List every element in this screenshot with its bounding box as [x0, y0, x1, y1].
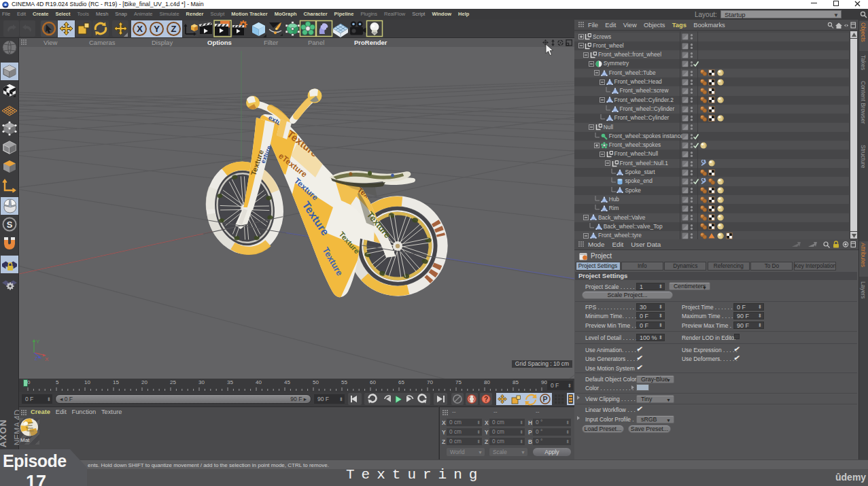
- svg-text:P: P: [542, 395, 547, 403]
- svg-text:Z: Z: [171, 24, 177, 34]
- svg-text:?: ?: [484, 396, 488, 403]
- svg-text:S: S: [7, 220, 13, 230]
- svg-text:Y: Y: [154, 24, 160, 34]
- svg-text:X: X: [45, 356, 49, 362]
- svg-text:Z: Z: [35, 356, 38, 361]
- svg-text:Y: Y: [36, 339, 40, 345]
- svg-text:X: X: [137, 24, 143, 34]
